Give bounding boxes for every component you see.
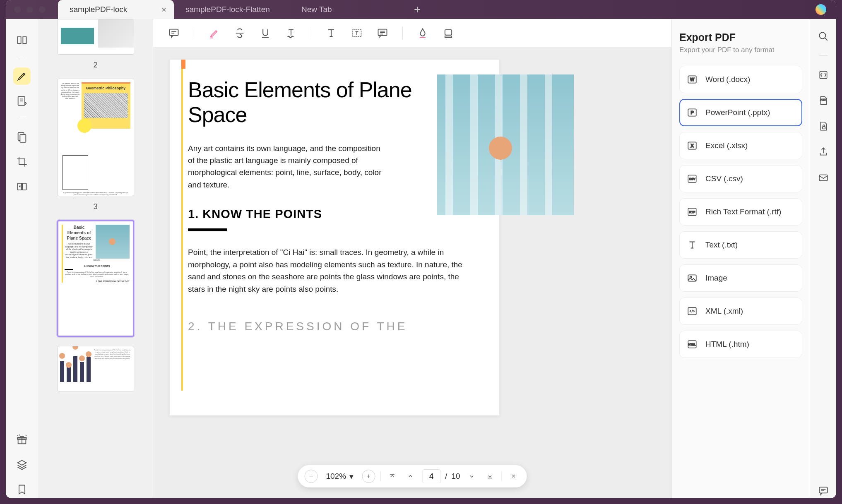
export-option-label: Image: [705, 274, 727, 283]
powerpoint-icon: P: [686, 107, 698, 118]
main-viewer: Basic Elements of Plane Space Any art co…: [153, 19, 671, 498]
svg-rect-2: [20, 134, 26, 142]
page-indicator: / 10: [422, 469, 460, 483]
stamp-tool-icon[interactable]: [440, 25, 457, 41]
pdf-page: Basic Elements of Plane Space Any art co…: [170, 60, 499, 415]
close-nav-button[interactable]: ×: [507, 470, 520, 483]
rtf-icon: RTF: [686, 206, 698, 218]
close-tab-icon[interactable]: ×: [161, 5, 166, 14]
tab-1[interactable]: samplePDF-lock ×: [58, 0, 174, 19]
export-option-csv[interactable]: CSV CSV (.csv): [679, 165, 802, 192]
heading-underline: [188, 228, 227, 231]
page-intro: Any art contains its own language, and t…: [188, 142, 387, 191]
new-tab-button[interactable]: +: [406, 3, 429, 16]
tab-label: New Tab: [301, 5, 332, 14]
thumbnails-panel[interactable]: 2 Geometric Philosophy The specific poin…: [38, 19, 153, 498]
page-navigation-bar: − 102% ▾ + / 10 ×: [298, 465, 527, 487]
next-page-button[interactable]: [465, 470, 479, 483]
compare-tool-icon[interactable]: [13, 178, 31, 195]
thumbnail-page-4[interactable]: Basic Elements of Plane Space Any art co…: [51, 220, 140, 337]
close-window-button[interactable]: [14, 6, 21, 13]
thumbnail-page-2[interactable]: 2: [51, 19, 140, 70]
pages-tool-icon[interactable]: [13, 128, 31, 146]
total-pages: 10: [451, 472, 460, 481]
export-option-excel[interactable]: X Excel (.xlsx): [679, 132, 802, 159]
highlight-tool-icon[interactable]: [206, 25, 222, 41]
csv-icon: CSV: [686, 173, 698, 185]
tab-bar: samplePDF-lock × samplePDF-lock-Flatten …: [58, 0, 429, 19]
export-panel: Export PDF Export your PDF to any format…: [671, 19, 810, 498]
zoom-level[interactable]: 102% ▾: [322, 472, 357, 481]
current-page-input[interactable]: [422, 469, 441, 483]
convert-icon[interactable]: [816, 67, 831, 82]
zoom-in-button[interactable]: +: [362, 470, 375, 483]
export-option-rtf[interactable]: RTF Rich Text Format (.rtf): [679, 198, 802, 226]
page-hero-image: [437, 74, 574, 215]
svg-text:W: W: [690, 77, 695, 82]
svg-text:X: X: [690, 143, 694, 148]
search-icon[interactable]: [816, 29, 831, 44]
app-window: samplePDF-lock × samplePDF-lock-Flatten …: [6, 0, 836, 498]
thumbnail-page-3[interactable]: Geometric Philosophy The specific point …: [51, 79, 140, 211]
last-page-button[interactable]: [484, 470, 497, 483]
window-controls: [6, 6, 46, 13]
maximize-window-button[interactable]: [39, 6, 46, 13]
tab-3[interactable]: New Tab: [290, 0, 406, 19]
thumbnail-label: 2: [51, 60, 140, 70]
export-option-xml[interactable]: XML (.xml): [679, 298, 802, 325]
page-viewport[interactable]: Basic Elements of Plane Space Any art co…: [153, 47, 671, 415]
mail-icon[interactable]: [816, 170, 831, 185]
chevron-down-icon: ▾: [349, 472, 354, 481]
lock-icon[interactable]: [816, 119, 831, 134]
tab-label: samplePDF-lock-Flatten: [185, 5, 270, 14]
crop-tool-icon[interactable]: [13, 153, 31, 170]
export-option-label: Rich Text Format (.rtf): [705, 207, 781, 216]
share-icon[interactable]: [816, 144, 831, 159]
chat-icon[interactable]: [816, 483, 831, 498]
image-icon: [686, 272, 698, 284]
export-option-html[interactable]: HTML HTML (.htm): [679, 331, 802, 358]
svg-text:RTF: RTF: [689, 210, 695, 214]
first-page-button[interactable]: [385, 470, 399, 483]
section-body-1: Point, the interpretation of "Ci Hai" is…: [188, 246, 474, 295]
export-option-label: HTML (.htm): [705, 340, 749, 349]
bookmark-icon[interactable]: [13, 481, 31, 498]
highlighter-tool-icon[interactable]: [13, 67, 31, 85]
comment-tool-icon[interactable]: [166, 25, 182, 41]
svg-text:CSV: CSV: [689, 177, 695, 181]
export-option-word[interactable]: W Word (.docx): [679, 66, 802, 93]
layers-icon[interactable]: [13, 456, 31, 473]
thumbnail-page-5[interactable]: Point, the interpretation of "Ci Hai" is…: [51, 346, 140, 391]
underline-tool-icon[interactable]: [257, 25, 274, 41]
html-icon: HTML: [686, 338, 698, 350]
right-sidebar: PDF/A: [810, 19, 836, 498]
svg-point-27: [819, 32, 825, 38]
zoom-out-button[interactable]: −: [304, 470, 318, 483]
export-subtitle: Export your PDF to any format: [679, 46, 802, 54]
excel-icon: X: [686, 140, 698, 151]
export-option-label: Excel (.xlsx): [705, 141, 748, 150]
export-option-image[interactable]: Image: [679, 264, 802, 292]
tab-label: samplePDF-lock: [70, 5, 127, 14]
callout-tool-icon[interactable]: [374, 25, 391, 41]
reader-mode-icon[interactable]: [13, 31, 31, 49]
pdfa-icon[interactable]: PDF/A: [816, 93, 831, 108]
xml-icon: [686, 305, 698, 317]
edit-tool-icon[interactable]: [13, 92, 31, 110]
ink-tool-icon[interactable]: [414, 25, 431, 41]
tab-2[interactable]: samplePDF-lock-Flatten: [174, 0, 290, 19]
export-option-powerpoint[interactable]: P PowerPoint (.pptx): [679, 99, 802, 126]
svg-rect-31: [819, 175, 828, 181]
gift-icon[interactable]: [13, 431, 31, 449]
annotation-toolbar: [153, 19, 671, 47]
text-tool-icon[interactable]: [323, 25, 339, 41]
word-icon: W: [686, 74, 698, 85]
prev-page-button[interactable]: [404, 470, 417, 483]
squiggly-tool-icon[interactable]: [283, 25, 299, 41]
textbox-tool-icon[interactable]: [349, 25, 365, 41]
left-sidebar: [6, 19, 38, 498]
export-option-label: XML (.xml): [705, 307, 743, 316]
export-option-text[interactable]: Text (.txt): [679, 231, 802, 259]
minimize-window-button[interactable]: [26, 6, 33, 13]
strikethrough-tool-icon[interactable]: [231, 25, 248, 41]
